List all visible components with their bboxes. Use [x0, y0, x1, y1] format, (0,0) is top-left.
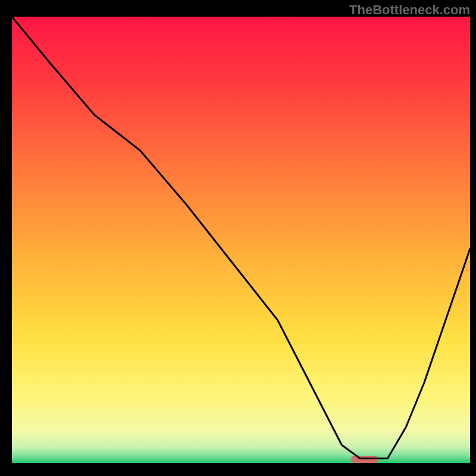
watermark-text: TheBottleneck.com: [349, 2, 470, 18]
chart-container: TheBottleneck.com: [0, 0, 476, 476]
gradient-zone: [12, 17, 470, 463]
bottleneck-chart: [0, 0, 476, 476]
